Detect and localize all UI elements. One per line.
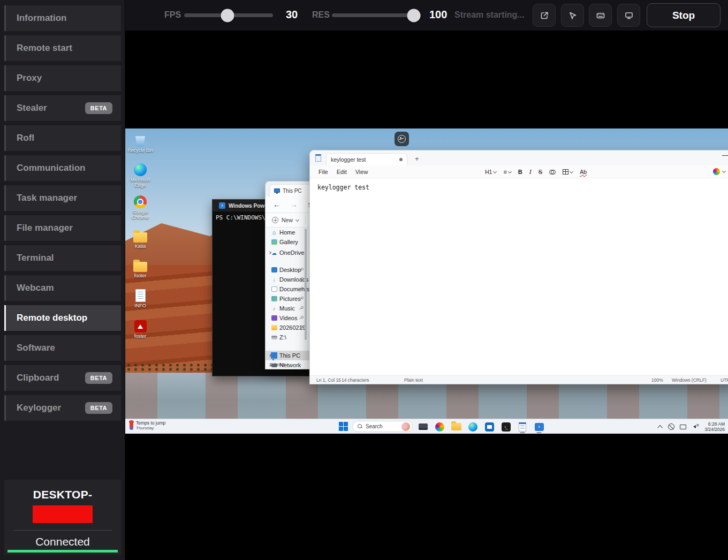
explorer-scrollbar[interactable] [305,229,307,340]
stream-overlay-picture-icon[interactable] [395,132,409,146]
notepad-icon [519,422,526,432]
chevron-down-icon[interactable] [295,217,299,221]
notepad-window[interactable]: keylogger test + — File Edit View H1 ≡ B… [309,150,728,384]
desktop-icon-chrome[interactable]: Google Chrome [126,194,154,220]
recycle-bin-icon [135,135,145,147]
sidebar-item-task-manager[interactable]: Task manager [4,185,121,211]
notepad-menubar: File Edit View H1 ≡ B I S Ab [310,165,728,178]
windows-logo-icon [344,422,348,426]
desktop-icon-folder-1[interactable]: Katia [126,229,154,249]
sidebar-item-remote-desktop[interactable]: Remote desktop [4,305,121,331]
sidebar-item-stealer[interactable]: StealerBETA [4,95,121,121]
muted-speaker-icon[interactable] [692,423,699,430]
edge-icon [134,163,147,176]
fps-slider[interactable] [184,13,273,17]
sidebar-item-webcam[interactable]: Webcam [4,275,121,301]
taskbar-powershell[interactable] [533,420,545,433]
desktop-icon-recycle-bin[interactable]: Recycle Bin [126,133,154,153]
sidebar-item-keylogger[interactable]: KeyloggerBETA [4,395,121,421]
open-in-new-window-button[interactable] [533,4,556,27]
res-slider[interactable] [332,13,421,17]
copilot-dropdown[interactable] [713,168,725,175]
notepad-titlebar[interactable]: keylogger test + — [310,150,728,165]
pin-icon [299,326,303,330]
sidebar-item-label: Remote start [17,43,72,54]
new-button[interactable]: New [282,217,293,223]
unsaved-dot-icon [399,158,403,161]
desktop-icon-folder-2[interactable]: footer [126,258,154,278]
beta-badge: BETA [85,372,112,384]
sidebar-item-label: Stealer [17,103,47,113]
minimize-button[interactable]: — [722,152,728,159]
do-not-disturb-icon[interactable] [668,423,674,430]
table-dropdown[interactable] [563,169,573,175]
thermometer-icon [130,421,133,430]
fps-slider-knob[interactable] [221,9,234,22]
desktop-icon-pdf[interactable]: foster [126,319,154,339]
taskbar-search[interactable]: Search [352,421,413,432]
list-dropdown[interactable]: ≡ [503,169,511,175]
sidebar-item-communication[interactable]: Communication [4,155,121,181]
hostname-label: DESKTOP- [4,488,121,501]
search-label: Search [366,423,383,429]
zoom-level[interactable]: 100% [651,377,663,383]
table-icon [563,169,568,175]
taskbar-terminal[interactable] [500,420,512,433]
running-indicator [537,432,542,433]
bold-button[interactable]: B [518,169,522,175]
sidebar-item-software[interactable]: Software [4,335,121,361]
desktop-icon-edge[interactable]: Microsoft Edge [126,162,154,188]
taskbar-file-explorer[interactable] [450,420,462,433]
network-display-icon[interactable] [680,425,686,429]
forward-button[interactable]: → [290,200,298,209]
desktop-icon-text-doc[interactable]: INFO [126,288,154,308]
strikethrough-button[interactable]: S [539,169,542,175]
new-tab-button[interactable]: + [415,155,419,163]
menu-view[interactable]: View [355,169,368,175]
encoding[interactable]: UTF-8 [721,377,728,383]
taskbar-task-view[interactable] [417,420,429,433]
fps-value: 30 [286,9,298,21]
sidebar-item-file-manager[interactable]: File manager [4,215,121,241]
sidebar-item-clipboard[interactable]: ClipboardBETA [4,365,121,391]
sidebar-item-label: Keylogger [17,403,61,413]
sidebar-item-rofl[interactable]: Rofl [4,125,121,151]
remote-cursor-button[interactable] [561,4,584,27]
back-button[interactable]: ← [273,200,280,209]
start-button[interactable] [339,422,348,431]
weather-widget[interactable]: Temps to jump Thursday [130,420,165,430]
notepad-editor[interactable]: keylogger test [310,178,728,375]
res-slider-knob[interactable] [407,9,420,22]
menu-file[interactable]: File [318,169,328,175]
display-select-button[interactable] [617,4,640,27]
notepad-tab[interactable]: keylogger test [326,153,407,165]
desktop-icon [271,267,277,273]
heading-dropdown[interactable]: H1 [485,169,496,175]
edge-icon [468,422,477,432]
taskbar-edge[interactable] [467,420,479,433]
menu-edit[interactable]: Edit [337,169,347,175]
line-ending[interactable]: Windows (CRLF) [672,377,707,383]
beta-badge: BETA [85,102,112,114]
notepad-tab-label: keylogger test [331,156,366,163]
spellcheck-button[interactable]: Ab [580,169,587,175]
taskbar-notepad[interactable] [517,420,528,433]
sidebar-item-terminal[interactable]: Terminal [4,245,121,271]
sidebar-item-remote-start[interactable]: Remote start [4,35,121,61]
link-icon[interactable] [549,170,556,174]
remote-desktop-stream[interactable]: Recycle Bin Microsoft Edge Google Chrome… [125,128,728,434]
folder-icon [271,324,277,331]
documents-icon [271,286,277,292]
sidebar-item-proxy[interactable]: Proxy [4,65,121,91]
keyboard-icon [595,10,606,21]
clock-widget[interactable]: 6:28 AM 3/24/2026 [704,421,725,432]
remote-keyboard-button[interactable] [589,4,612,27]
tray-expand-icon[interactable] [657,425,663,430]
italic-button[interactable]: I [529,168,532,176]
videos-icon [271,315,277,321]
taskbar-copilot[interactable] [434,420,445,433]
nav-item-label: OneDrive [279,249,304,256]
sidebar-item-information[interactable]: Information [4,5,121,31]
stop-stream-button[interactable]: Stop [647,3,721,27]
taskbar-store[interactable] [483,420,495,433]
